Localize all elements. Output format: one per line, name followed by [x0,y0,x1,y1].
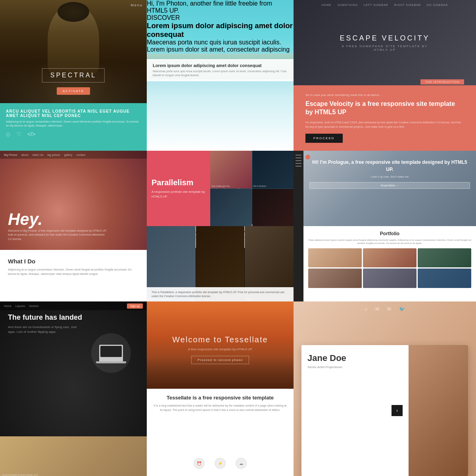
spectral-hat [58,2,89,22]
prologue-thumb-1 [308,248,362,268]
clock-icon: ⏰ [194,458,205,469]
home-nav-icon[interactable]: ⌂ [365,306,367,312]
landed-nav-links: Home Layouts Generic [4,305,39,307]
prologue-grid [308,248,471,288]
twitter-icon[interactable]: 🐦 [399,306,405,312]
parallelism-thumb2: Ad in finitum [252,151,294,188]
spectral-band-heading: ARCU ALIQUET VEL LOBORTIS ATA NISL EGET … [6,109,141,118]
bigpicture-hey: Hey. Welcome to Big Picture, a free resp… [8,210,107,242]
janedoe-nav: ⌂ ✉ ✉ 🐦 [294,306,476,312]
thumb1-label: You really got me [211,185,230,187]
parallelism-grid: Parallelism A responsive portfolio site … [147,151,294,301]
envelope-icon-1[interactable]: ✉ [375,306,379,312]
prologue-know-btn[interactable]: Know More → [309,182,470,189]
prologue-thumb-4 [308,269,362,288]
landed-nav-layouts[interactable]: Layouts [15,305,25,307]
landed-screen [100,346,122,357]
escape-proceed-btn[interactable]: PROCEED [305,134,343,143]
bigpicture-nav: Big Picture about what i do big picture … [0,151,147,159]
tessellate-footer-text: It is a long established fact that a rea… [153,404,288,412]
bp-nav-about[interactable]: about [21,154,29,156]
lightning-icon: ⚡ [215,458,226,469]
photon-lorem2-title: Lorem ipsum dolor adipiscing amet dolor … [153,63,288,68]
sidebar-dot-4 [296,163,301,164]
spectral-title: SPECTRAL [50,72,96,79]
parallelism-cell: </> ⚡ Lorem ipsum dolor adipiscing amet … [147,151,294,301]
sidebar-dot-3 [296,160,301,161]
parallelism-thumb3 [210,189,252,226]
code-icon: </> [27,131,35,137]
spectral-band-text: Adipiscing at ex augue consecteteur inte… [6,120,141,128]
janedoe-name: Jane Doe [307,353,403,363]
landed-signup-btn[interactable]: Sign up [127,303,143,309]
prologue-sidebar [294,151,303,301]
landed-nav-home[interactable]: Home [4,305,12,307]
bp-logo: Big Picture [4,154,17,156]
prologue-cell: Hi! I'm Prologue, a free responsive site… [294,151,476,301]
escape-nav-left[interactable]: LEFT SIDEBAR [364,4,388,6]
tessellate-proceed-btn[interactable]: Proceed to second phase [191,356,249,364]
sidebar-dot-5 [296,166,301,167]
whatido-text: Adipiscing at ex augue consectetuer inte… [8,268,139,276]
landed-nav-generic[interactable]: Generic [29,305,39,307]
photon-discover-btn[interactable]: DISCOVER [147,14,294,21]
bp-nav-contact[interactable]: contact [76,154,85,156]
landed-content: The future has landed And there are no h… [8,313,139,334]
escape-subtitle: A FREE HOMEPAGE SITE TEMPLATE BY HTML5 U… [339,44,430,52]
escape-nav-no[interactable]: NO SIDEBAR [427,4,448,6]
photon-lorem2-text: Maecenas porta nunc quis iurua suscipit … [153,69,288,77]
bp-nav-bigpicture[interactable]: big picture [47,154,60,156]
bigpicture-cell: Big Picture about what i do big picture … [0,151,147,301]
photon-cell: Hi, I'm Photon, another fine little free… [147,0,294,151]
tessellate-icons: ⏰ ⚡ ☁ [147,458,294,469]
tessellate-subtitle: A free responsive site template by HTML5… [188,347,252,351]
diamond-icon: ◇ [6,131,10,137]
escape-description: It's responsive, built on HTML5 and CSS3… [305,121,464,129]
spectral-title-box: SPECTRAL [42,68,105,83]
janedoe-photo [409,345,468,476]
tessellate-title: Welcome to Tessellate [172,335,268,344]
parallelism-thumb-grid: You really got me Ad in finitum [210,151,294,226]
prologue-intro: Hi! I'm Prologue, a free responsive site… [309,159,470,189]
tessellate-hero: Welcome to Tessellate A free responsive … [147,301,294,397]
janedoe-cell: ⌂ ✉ ✉ 🐦 Jane Doe Senior Artist Projectio… [294,301,476,476]
escape-nav-home[interactable]: HOME [322,4,332,6]
landed-title: The future has landed [8,313,139,322]
escape-nav-right[interactable]: RIGHT SIDEBAR [394,4,421,6]
landed-description: And there are no hoverboards or flying c… [8,325,79,334]
landed-notebook: www.heritagechristiancollege.com [0,436,147,476]
envelope-icon-2[interactable]: ✉ [387,306,391,312]
spectral-icons: ◇ ♡ </> [6,131,141,137]
landed-cell: Home Layouts Generic Sign up The future … [0,301,147,476]
photon-lorem-title: Lorem ipsum dolor adipiscing amet dolor … [147,21,294,39]
landed-laptop [99,345,123,361]
spectral-teal-band: ARCU ALIQUET VEL LOBORTIS ATA NISL EGET … [0,103,147,151]
bp-nav-gallery[interactable]: gallery [64,154,73,156]
escape-salmon-band: THE INTRODUCTION So in case you were won… [294,85,476,151]
spectral-activate-btn[interactable]: ACTIVATE [57,87,90,95]
parallelism-desc-text: This is Parallelism, a responsive portfo… [152,290,289,298]
escape-nav-something[interactable]: SOMETHING [338,4,358,6]
spectral-cell: Menu SPECTRAL ANOTHER FINE RESPONSIVESIT… [0,0,147,151]
janedoe-next-btn[interactable]: › [392,405,403,416]
parallelism-subtitle: A responsive portfolio site template by … [152,190,205,198]
landed-base [96,361,126,363]
landed-laptop-circle [91,333,131,373]
heart-icon: ♡ [16,131,21,137]
prologue-portfolio-desc: Vitae adipiscia lorem ipsum samet magna … [308,238,471,245]
landed-nav: Home Layouts Generic Sign up [0,301,147,310]
spectral-menu: Menu [131,3,143,7]
bp-nav-whatido[interactable]: what i do [32,154,43,156]
menu-label: Menu [131,3,143,7]
parallelism-pink: Parallelism A responsive portfolio site … [147,151,210,226]
tessellate-footer-title: Tessellate is a free responsive site tem… [153,395,288,401]
prologue-portfolio: Portfolio Vitae adipiscia lorem ipsum sa… [303,226,476,301]
janedoe-card: Jane Doe Senior Artist Projectioner › [301,345,468,476]
escape-so-in-case: So in case you were wondering what this … [305,93,464,97]
escape-title: ESCAPE VELOCITY [339,34,430,42]
escape-intro-tab: THE INTRODUCTION [420,79,464,84]
prologue-title: Hi! I'm Prologue, a free responsive site… [309,159,470,173]
cloud-icon: ☁ [236,458,247,469]
sidebar-dot-1 [296,155,301,155]
escape-title-block: ESCAPE VELOCITY A FREE HOMEPAGE SITE TEM… [339,34,430,52]
